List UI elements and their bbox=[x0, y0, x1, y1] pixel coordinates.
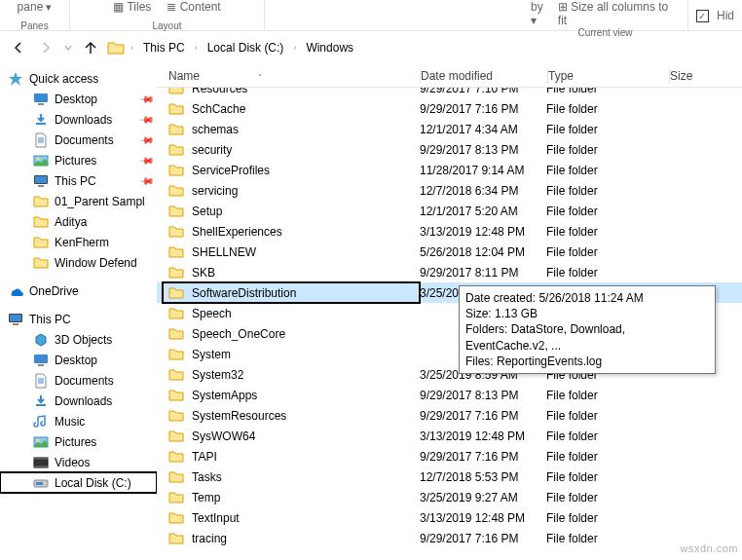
folder-icon bbox=[168, 88, 184, 96]
column-size[interactable]: Size bbox=[670, 69, 742, 83]
nav-desktop[interactable]: Desktop📌 bbox=[0, 89, 157, 109]
layout-content[interactable]: ≣ Content bbox=[167, 0, 220, 14]
file-row[interactable]: security9/29/2017 8:13 PMFile folder bbox=[157, 139, 742, 160]
file-type: File folder bbox=[546, 164, 667, 177]
file-name-cell: TextInput bbox=[163, 507, 420, 528]
tooltip-line: Files: ReportingEvents.log bbox=[465, 354, 709, 369]
nav-documents[interactable]: Documents📌 bbox=[0, 130, 157, 150]
file-row[interactable]: Temp3/25/2019 9:27 AMFile folder bbox=[157, 487, 742, 507]
nav-folder-parent[interactable]: 01_Parent Sampl bbox=[0, 191, 157, 211]
folder-icon bbox=[168, 163, 184, 178]
nav-folder-kenfherm[interactable]: KenFherm bbox=[0, 232, 157, 252]
file-date: 12/1/2017 5:20 AM bbox=[420, 205, 546, 218]
nav-documents-2[interactable]: Documents bbox=[0, 370, 157, 391]
file-name-cell: SysWOW64 bbox=[163, 426, 420, 446]
file-date: 9/29/2017 7:16 PM bbox=[420, 102, 546, 116]
breadcrumb-local-disk[interactable]: Local Disk (C:) bbox=[204, 39, 288, 56]
breadcrumb-windows[interactable]: Windows bbox=[302, 39, 357, 56]
file-row[interactable]: Tasks12/7/2018 5:53 PMFile folder bbox=[157, 467, 742, 487]
file-name-cell: SchCache bbox=[163, 98, 420, 119]
file-name-cell: schemas bbox=[163, 119, 420, 139]
file-name-cell: ShellExperiences bbox=[163, 221, 420, 242]
column-type[interactable]: Type bbox=[548, 69, 669, 83]
file-type: File folder bbox=[546, 225, 667, 239]
ribbon-group-current-view: by ▾ ⊞ Size all columns to fit Current v… bbox=[523, 0, 688, 31]
nav-videos[interactable]: Videos bbox=[0, 452, 157, 472]
nav-quick-access[interactable]: Quick access bbox=[0, 68, 157, 89]
folder-icon bbox=[168, 183, 184, 199]
file-row[interactable]: TextInput3/13/2019 12:48 PMFile folder bbox=[157, 507, 742, 528]
nav-3d-objects[interactable]: 3D Objects bbox=[0, 329, 157, 350]
file-row[interactable]: SchCache9/29/2017 7:16 PMFile folder bbox=[157, 98, 742, 119]
file-row[interactable]: Resources9/29/2017 7:10 PMFile folder bbox=[157, 88, 742, 98]
file-name: Resources bbox=[192, 88, 247, 95]
folder-icon bbox=[168, 531, 184, 546]
folder-icon bbox=[107, 40, 125, 56]
address-bar[interactable]: › This PC › Local Disk (C:) › Windows bbox=[107, 39, 734, 56]
nav-pictures[interactable]: Pictures📌 bbox=[0, 150, 157, 170]
nav-music[interactable]: Music bbox=[0, 411, 157, 431]
nav-folder-aditya[interactable]: Aditya bbox=[0, 211, 157, 232]
back-button[interactable] bbox=[8, 37, 29, 58]
file-type: File folder bbox=[546, 143, 667, 157]
nav-pictures-2[interactable]: Pictures bbox=[0, 431, 157, 452]
folder-icon bbox=[168, 244, 184, 260]
file-row[interactable]: Setup12/1/2017 5:20 AMFile folder bbox=[157, 201, 742, 221]
file-row[interactable]: tracing9/29/2017 7:16 PMFile folder bbox=[157, 528, 742, 548]
file-row[interactable]: SysWOW643/13/2019 12:48 PMFile folder bbox=[157, 426, 742, 446]
sort-ascending-icon: ˄ bbox=[258, 73, 262, 82]
file-row[interactable]: schemas12/1/2017 4:34 AMFile folder bbox=[157, 119, 742, 139]
svg-rect-12 bbox=[38, 364, 44, 366]
column-date[interactable]: Date modified bbox=[421, 69, 547, 83]
pin-icon: 📌 bbox=[139, 91, 155, 106]
file-row[interactable]: SKB9/29/2017 8:11 PMFile folder bbox=[157, 262, 742, 282]
chevron-right-icon[interactable]: › bbox=[193, 43, 200, 53]
folder-icon bbox=[168, 388, 184, 403]
chevron-right-icon[interactable]: › bbox=[291, 43, 298, 53]
file-name-cell: security bbox=[163, 139, 420, 160]
file-type: File folder bbox=[546, 245, 667, 259]
recent-dropdown[interactable] bbox=[62, 37, 74, 58]
nav-desktop-2[interactable]: Desktop bbox=[0, 350, 157, 370]
nav-local-disk[interactable]: Local Disk (C:) bbox=[0, 472, 157, 493]
nav-folder-window-defend[interactable]: Window Defend bbox=[0, 252, 157, 273]
file-type: File folder bbox=[546, 511, 667, 525]
nav-this-pc-root[interactable]: This PC bbox=[0, 309, 157, 329]
forward-button[interactable] bbox=[35, 37, 56, 58]
file-name-cell: Temp bbox=[163, 487, 420, 507]
svg-marker-0 bbox=[9, 72, 22, 86]
size-columns-button[interactable]: ⊞ Size all columns to fit bbox=[558, 0, 680, 27]
group-by-button[interactable]: by ▾ bbox=[531, 0, 552, 27]
column-headers: Name˄ Date modified Type Size bbox=[157, 64, 742, 88]
hidden-checkbox[interactable]: ✓ bbox=[696, 10, 709, 22]
nav-this-pc[interactable]: This PC📌 bbox=[0, 170, 157, 191]
chevron-right-icon[interactable]: › bbox=[129, 43, 135, 53]
nav-downloads[interactable]: Downloads📌 bbox=[0, 109, 157, 130]
navigation-pane-button[interactable]: pane ▾ bbox=[18, 0, 53, 14]
file-row[interactable]: servicing12/7/2018 6:34 PMFile folder bbox=[157, 180, 742, 201]
file-name: tracing bbox=[192, 532, 227, 545]
file-row[interactable]: ServiceProfiles11/28/2017 9:14 AMFile fo… bbox=[157, 160, 742, 180]
documents-icon bbox=[33, 373, 49, 389]
folder-icon bbox=[168, 326, 184, 342]
folder-icon bbox=[168, 429, 184, 444]
file-row[interactable]: SHELLNEW5/26/2018 12:04 PMFile folder bbox=[157, 242, 742, 262]
layout-tiles[interactable]: ▦ Tiles bbox=[113, 0, 151, 14]
file-row[interactable]: SystemResources9/29/2017 7:16 PMFile fol… bbox=[157, 405, 742, 426]
file-name-cell: SystemApps bbox=[163, 385, 420, 405]
file-list-pane: Name˄ Date modified Type Size Resources9… bbox=[157, 64, 742, 560]
file-date: 3/13/2019 12:48 PM bbox=[420, 429, 546, 443]
nav-onedrive[interactable]: OneDrive bbox=[0, 280, 157, 301]
folder-icon bbox=[168, 449, 184, 465]
up-button[interactable] bbox=[80, 37, 101, 58]
breadcrumb-this-pc[interactable]: This PC bbox=[139, 39, 189, 56]
downloads-icon bbox=[33, 112, 49, 128]
column-name[interactable]: Name˄ bbox=[163, 69, 420, 83]
file-row[interactable]: ShellExperiences3/13/2019 12:48 PMFile f… bbox=[157, 221, 742, 242]
file-row[interactable]: TAPI9/29/2017 7:16 PMFile folder bbox=[157, 446, 742, 467]
nav-downloads-2[interactable]: Downloads bbox=[0, 391, 157, 411]
folder-icon bbox=[33, 214, 49, 230]
file-row[interactable]: SystemApps9/29/2017 8:13 PMFile folder bbox=[157, 385, 742, 405]
pictures-icon bbox=[33, 153, 49, 168]
folder-icon bbox=[168, 265, 184, 280]
